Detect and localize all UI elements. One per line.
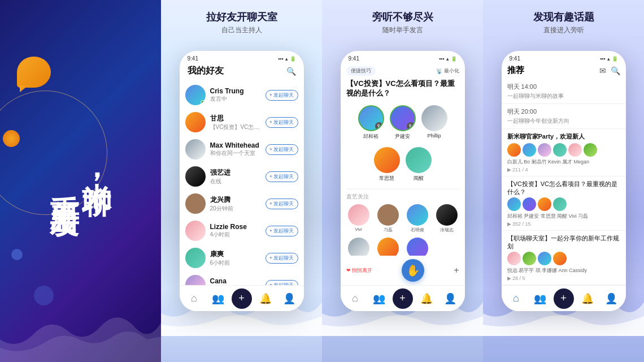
chat-btn-2[interactable]: + 发起聊天 [266, 144, 298, 155]
speaker-avatar-0: 🎙 [358, 105, 384, 131]
audience-name-2: 石明俊 [411, 227, 424, 233]
friend-status-2: 和你在同一个天室 [210, 149, 261, 157]
rec-card-topic-1: 【VC投资】VC怎么看项目？最重视的是什么？ [507, 180, 620, 196]
leave-btn[interactable]: ❤ 悄悄离开 [346, 267, 373, 274]
chat-btn-0[interactable]: + 发起聊天 [266, 90, 298, 101]
friend-info-6: 康爽 6小时前 [210, 249, 261, 267]
statusbar-time-2: 9:41 [349, 55, 359, 62]
statusbar-icons-3: ▪▪▪ ▴ 🔋 [600, 56, 618, 62]
chat-btn-3[interactable]: + 发起聊天 [266, 171, 298, 182]
statusbar-time-3: 9:41 [510, 55, 520, 62]
chatroom-topic: 【VC投资】VC怎么看项目？最重视的是什么？ [341, 77, 465, 103]
friend-status-3: 在线 [210, 178, 261, 186]
friend-name-3: 强艺进 [210, 168, 261, 178]
friend-name-2: Max Whitehead [210, 141, 261, 149]
speaker-badge-0: 🎙 [375, 122, 383, 130]
friend-status-1: 【VC投资】VC怎么看项... [210, 123, 261, 131]
friend-info-2: Max Whitehead 和你在同一个天室 [210, 141, 261, 157]
friend-name-4: 龙兴腾 [210, 195, 261, 205]
friends-title: 我的好友 [188, 65, 224, 77]
section1-subtitle: 自己当主持人 [206, 25, 277, 35]
chat-btn-6[interactable]: + 发起聊天 [266, 253, 298, 264]
section3-header: 发现有趣话题 直接进入旁听 [528, 0, 600, 41]
audience-avatar-2 [407, 204, 428, 226]
rec-avatar-0-5 [584, 143, 597, 157]
rec-avatar-2-3 [553, 252, 567, 265]
rec-card-1[interactable]: 【VC投资】VC怎么看项目？最重视的是什么？ 邱和裕 尹建安 常思慧 闻醒 Vi… [502, 176, 626, 231]
rec-avatar-0-4 [568, 143, 582, 157]
speaker-0: 🎙 邱和裕 [358, 105, 384, 140]
hero-mountain-svg [0, 305, 161, 362]
audience-1: 习磊 [376, 204, 401, 233]
friend-item-5: Lizzie Rose 4小时前 + 发起聊天 [180, 217, 304, 244]
friend-status-0: 发言中 [210, 95, 261, 103]
audience-2: 石明俊 [405, 204, 430, 233]
friend-info-1: 甘思 【VC投资】VC怎么看项... [210, 114, 261, 131]
nav-user-3[interactable]: 👤 [601, 288, 621, 309]
nav-add-1[interactable]: + [232, 288, 252, 309]
navbar-1: ⌂ 👥 + 🔔 👤 [180, 285, 304, 311]
rec-header-icons: ✉ 🔍 [599, 66, 620, 75]
rec-card-0[interactable]: 新米聊官家Party，欢迎新人 白新儿 Bo 耐晶竹 Kevin 属才 Mega… [502, 129, 626, 176]
section3-title: 发现有趣话题 [533, 10, 594, 24]
nav-home-2[interactable]: ⌂ [345, 288, 365, 309]
nav-people-3[interactable]: 👥 [530, 288, 550, 309]
nav-user-1[interactable]: 👤 [279, 288, 299, 309]
chat-btn-4[interactable]: + 发起聊天 [266, 199, 298, 209]
add-more-btn[interactable]: + [454, 265, 459, 275]
friend-item-3: 强艺进 在线 + 发起聊天 [180, 163, 304, 190]
rec-card-stats-0: ▶ 211 / 4 [507, 167, 620, 173]
rec-title: 推荐 [507, 65, 524, 76]
rec-search-icon[interactable]: 🔍 [611, 66, 620, 75]
friend-avatar-2 [185, 139, 206, 160]
speakers-row-secondary: 常思慧 闻醒 [341, 145, 465, 187]
rec-card-header-0: 新米聊官家Party，欢迎新人 [507, 132, 620, 141]
nav-home-1[interactable]: ⌂ [184, 288, 204, 309]
friend-status-5: 4小时前 [210, 231, 261, 239]
rec-avatar-1-2 [538, 197, 551, 211]
minimize-btn[interactable]: 📡 最小化 [436, 67, 459, 75]
speaker-avatar-4 [406, 147, 432, 173]
search-icon[interactable]: 🔍 [286, 67, 296, 76]
rec-avatar-0-3 [553, 143, 567, 157]
schedule-item-1: 明天 20:00 一起聊聊今年创业新方向 [502, 104, 626, 129]
audience-name-1: 习磊 [384, 227, 393, 233]
nav-bell-3[interactable]: 🔔 [577, 288, 598, 309]
schedule-time-0: 明天 14:00 [507, 83, 620, 91]
nav-add-2[interactable]: + [393, 288, 413, 309]
speaker-avatar-2 [421, 105, 447, 131]
audience-avatar-3 [436, 204, 458, 226]
nav-people-1[interactable]: 👥 [208, 288, 228, 309]
chat-btn-5[interactable]: + 发起聊天 [266, 226, 298, 236]
friends-header: 我的好友 🔍 [180, 64, 304, 81]
chatroom-tag: 便捷技巧 [346, 66, 376, 76]
statusbar-time-1: 9:41 [188, 55, 198, 62]
rec-card-avatars-1 [507, 197, 620, 211]
nav-user-2[interactable]: 👤 [440, 288, 460, 309]
mail-icon[interactable]: ✉ [599, 66, 606, 75]
nav-bell-1[interactable]: 🔔 [255, 288, 276, 309]
hero-orbit [0, 68, 130, 238]
speaker-name-3: 常思慧 [379, 175, 394, 182]
schedule-text-1: 一起聊聊今年创业新方向 [507, 117, 620, 125]
speaker-badge-1: 🎙 [407, 122, 415, 130]
section3-subtitle: 直接进入旁听 [533, 25, 594, 35]
chat-btn-1[interactable]: + 发起聊天 [266, 117, 298, 128]
section1-title: 拉好友开聊天室 [206, 10, 277, 24]
friend-info-3: 强艺进 在线 [210, 168, 261, 186]
friend-item-1: 甘思 【VC投资】VC怎么看项... + 发起聊天 [180, 109, 304, 136]
raise-hand-btn[interactable]: ✋ [402, 259, 424, 282]
section2-header: 旁听不够尽兴 随时举手发言 [367, 0, 439, 41]
chatroom-footer: ❤ 悄悄离开 ✋ + [341, 256, 465, 285]
section-chatroom: 旁听不够尽兴 随时举手发言 9:41 ▪▪▪ ▴ 🔋 便捷技巧 📡 最小化 【V… [322, 0, 483, 362]
speaker-3: 常思慧 [374, 147, 400, 182]
nav-add-3[interactable]: + [554, 288, 574, 309]
nav-home-3[interactable]: ⌂ [506, 288, 526, 309]
friend-info-5: Lizzie Rose 4小时前 [210, 223, 261, 239]
nav-bell-2[interactable]: 🔔 [416, 288, 437, 309]
friend-name-1: 甘思 [210, 114, 261, 123]
nav-people-2[interactable]: 👥 [369, 288, 389, 309]
rec-card-2[interactable]: 【职场聊天室】一起分享你的新年工作规划 悦远 易芋芋 琪 李娜娜 Ann Cas… [502, 231, 626, 285]
friend-avatar-5 [185, 221, 206, 241]
speaker-2: Phillip [421, 105, 447, 140]
